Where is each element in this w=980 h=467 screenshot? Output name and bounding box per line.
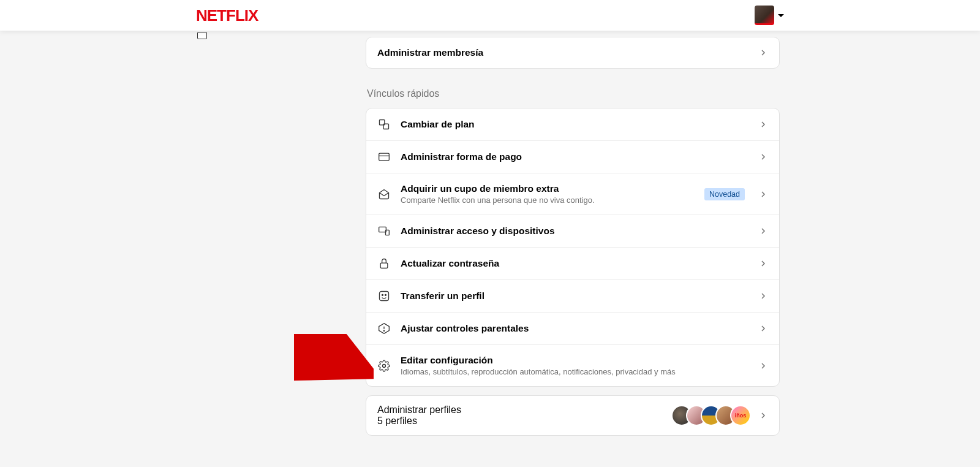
profile-avatars-stack: iños	[671, 405, 751, 426]
svg-point-12	[383, 330, 384, 331]
svg-rect-2	[379, 153, 390, 161]
gear-icon	[377, 360, 391, 372]
row-subtitle: Comparte Netflix con una persona que no …	[401, 196, 695, 205]
chevron-right-icon	[758, 189, 768, 199]
row-title: Administrar membresía	[377, 47, 748, 58]
chevron-right-icon	[758, 411, 768, 420]
credit-card-icon	[377, 151, 391, 163]
chevron-right-icon	[758, 259, 768, 268]
manage-profiles-row[interactable]: Administrar perfiles 5 perfiles iños	[366, 396, 779, 435]
profile-transfer-icon	[377, 290, 391, 302]
row-title: Actualizar contraseña	[401, 258, 748, 269]
chevron-right-icon	[758, 226, 768, 236]
caret-down-icon	[778, 14, 784, 17]
parental-controls-row[interactable]: Ajustar controles parentales	[366, 312, 779, 344]
chevron-right-icon	[758, 324, 768, 333]
membership-card: Administrar membresía	[366, 37, 780, 69]
row-title: Adquirir un cupo de miembro extra	[401, 183, 695, 194]
payment-method-row[interactable]: Administrar forma de pago	[366, 140, 779, 173]
update-password-row[interactable]: Actualizar contraseña	[366, 247, 779, 279]
transfer-profile-row[interactable]: Transferir un perfil	[366, 279, 779, 312]
row-title: Editar configuración	[401, 355, 748, 366]
chevron-right-icon	[758, 291, 768, 301]
envelope-open-icon	[377, 188, 391, 200]
row-title: Transferir un perfil	[401, 290, 748, 302]
svg-rect-6	[380, 263, 388, 268]
row-subtitle: 5 perfiles	[377, 416, 664, 427]
netflix-logo[interactable]: NETFLIX	[196, 6, 258, 25]
global-header: NETFLIX	[0, 0, 980, 31]
chevron-right-icon	[758, 120, 768, 129]
quick-links-heading: Vínculos rápidos	[367, 88, 780, 99]
profile-avatar-kids: iños	[730, 405, 751, 426]
row-title: Ajustar controles parentales	[401, 323, 748, 334]
row-subtitle: Idiomas, subtítulos, reproducción automá…	[401, 367, 748, 376]
row-title: Administrar acceso y dispositivos	[401, 226, 748, 237]
row-title: Cambiar de plan	[401, 119, 748, 130]
sidebar-icon-remnant	[197, 32, 207, 39]
edit-settings-row[interactable]: Editar configuración Idiomas, subtítulos…	[366, 344, 779, 386]
page-content: Administrar membresía Vínculos rápidos C…	[0, 31, 980, 436]
row-title: Administrar perfiles	[377, 404, 664, 416]
lock-icon	[377, 257, 391, 270]
extra-member-row[interactable]: Adquirir un cupo de miembro extra Compar…	[366, 173, 779, 215]
svg-rect-7	[380, 292, 389, 301]
svg-point-8	[382, 294, 383, 295]
avatar	[755, 6, 774, 25]
swap-icon	[377, 118, 391, 131]
devices-icon	[377, 225, 391, 237]
profiles-card: Administrar perfiles 5 perfiles iños	[366, 395, 780, 436]
row-title: Administrar forma de pago	[401, 151, 748, 162]
svg-point-9	[385, 294, 386, 295]
svg-point-13	[383, 364, 386, 367]
chevron-right-icon	[758, 152, 768, 162]
svg-rect-4	[379, 227, 386, 232]
change-plan-row[interactable]: Cambiar de plan	[366, 108, 779, 140]
quick-links-card: Cambiar de plan Administrar forma de pag…	[366, 108, 780, 387]
access-devices-row[interactable]: Administrar acceso y dispositivos	[366, 215, 779, 247]
manage-membership-row[interactable]: Administrar membresía	[366, 37, 779, 68]
chevron-right-icon	[758, 361, 768, 371]
alert-icon	[377, 322, 391, 335]
chevron-right-icon	[758, 48, 768, 58]
profile-menu-trigger[interactable]	[755, 6, 784, 25]
new-badge: Novedad	[704, 188, 745, 200]
